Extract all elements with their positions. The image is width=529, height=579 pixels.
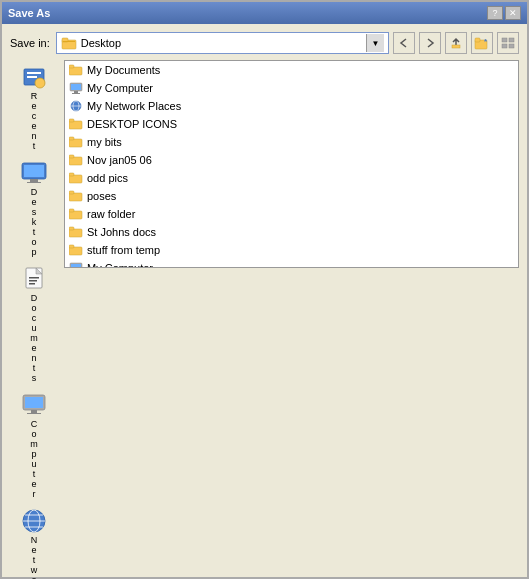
title-bar: Save As ? ✕ xyxy=(2,2,527,24)
svg-rect-22 xyxy=(29,283,35,285)
sidebar-label-computer: Computer xyxy=(30,419,38,499)
svg-rect-36 xyxy=(74,91,78,93)
sidebar-item-computer[interactable]: Computer xyxy=(10,388,58,502)
recent-icon xyxy=(20,63,48,91)
svg-rect-7 xyxy=(502,38,507,42)
list-item[interactable]: poses xyxy=(65,187,518,205)
svg-rect-54 xyxy=(69,227,74,230)
svg-rect-58 xyxy=(71,264,81,268)
folder-icon xyxy=(69,64,83,76)
network-icon xyxy=(20,507,48,535)
sidebar-item-desktop[interactable]: Desktop xyxy=(10,156,58,260)
svg-rect-50 xyxy=(69,191,74,194)
svg-rect-5 xyxy=(475,38,480,42)
list-item-label: My Computer xyxy=(87,82,153,94)
svg-rect-2 xyxy=(63,41,75,42)
svg-rect-44 xyxy=(69,137,74,140)
view-button[interactable] xyxy=(497,32,519,54)
list-item[interactable]: My Network Places xyxy=(65,97,518,115)
list-item[interactable]: DESKTOP ICONS xyxy=(65,115,518,133)
toolbar-area: * xyxy=(393,32,519,54)
dialog-save-as: Save As ? ✕ Save in: Desktop ▼ xyxy=(0,0,529,579)
svg-rect-25 xyxy=(31,410,37,413)
list-item-label: St Johns docs xyxy=(87,226,156,238)
chevron-down-icon: ▼ xyxy=(372,39,380,48)
list-item-label: odd pics xyxy=(87,172,128,184)
svg-rect-52 xyxy=(69,209,74,212)
back-button[interactable] xyxy=(393,32,415,54)
svg-rect-33 xyxy=(69,65,74,68)
up-icon xyxy=(449,36,463,50)
view-icon xyxy=(501,37,515,49)
svg-rect-12 xyxy=(27,72,41,74)
svg-rect-46 xyxy=(69,155,74,158)
svg-rect-18 xyxy=(27,182,41,183)
sidebar-item-documents[interactable]: Documents xyxy=(10,262,58,386)
list-item-label: My Network Places xyxy=(87,100,181,112)
list-item[interactable]: odd pics xyxy=(65,169,518,187)
close-button[interactable]: ✕ xyxy=(505,6,521,20)
folder-icon xyxy=(69,118,83,130)
folder-icon xyxy=(69,226,83,238)
svg-rect-9 xyxy=(502,44,507,48)
folder-icon xyxy=(69,208,83,220)
sidebar-label-desktop: Desktop xyxy=(31,187,38,257)
file-list[interactable]: My Documents My Computer xyxy=(64,60,519,268)
folder-icon xyxy=(69,172,83,184)
svg-rect-17 xyxy=(30,179,38,182)
svg-point-14 xyxy=(35,78,45,88)
list-item[interactable]: my bits xyxy=(65,133,518,151)
computer-small-icon xyxy=(69,82,83,94)
svg-rect-10 xyxy=(509,44,514,48)
sidebar-item-recent[interactable]: Recent xyxy=(10,60,58,154)
save-in-combo[interactable]: Desktop ▼ xyxy=(56,32,389,54)
new-folder-button[interactable]: * xyxy=(471,32,493,54)
svg-rect-37 xyxy=(72,93,80,94)
sidebar-label-recent: Recent xyxy=(31,91,38,151)
main-area: Recent Desktop xyxy=(10,60,519,579)
save-in-row: Save in: Desktop ▼ xyxy=(10,32,519,54)
list-item[interactable]: My Computer xyxy=(65,79,518,97)
sidebar-label-documents: Documents xyxy=(30,293,38,383)
list-item[interactable]: St Johns docs xyxy=(65,223,518,241)
documents-icon xyxy=(20,265,48,293)
svg-rect-24 xyxy=(25,397,43,408)
save-in-dropdown-arrow[interactable]: ▼ xyxy=(366,34,384,52)
list-item-label: Nov jan05 06 xyxy=(87,154,152,166)
svg-rect-8 xyxy=(509,38,514,42)
list-item-label: stuff from temp xyxy=(87,244,160,256)
save-in-label: Save in: xyxy=(10,37,50,49)
list-item[interactable]: raw folder xyxy=(65,205,518,223)
list-item[interactable]: stuff from temp xyxy=(65,241,518,259)
svg-rect-48 xyxy=(69,173,74,176)
list-item[interactable]: My Documents xyxy=(65,61,518,79)
computer-small-icon xyxy=(69,262,83,268)
save-in-value: Desktop xyxy=(81,37,362,49)
sidebar-item-network[interactable]: Network xyxy=(10,504,58,579)
network-small-icon xyxy=(69,100,83,112)
svg-rect-13 xyxy=(27,76,37,78)
folder-icon xyxy=(69,136,83,148)
forward-icon xyxy=(424,37,436,49)
title-bar-text: Save As xyxy=(8,7,50,19)
left-panel: Recent Desktop xyxy=(10,60,58,579)
svg-rect-20 xyxy=(29,277,39,279)
dialog-body: Save in: Desktop ▼ xyxy=(2,24,527,579)
list-item[interactable]: Nov jan05 06 xyxy=(65,151,518,169)
forward-button[interactable] xyxy=(419,32,441,54)
svg-rect-26 xyxy=(27,413,41,414)
help-button[interactable]: ? xyxy=(487,6,503,20)
folder-icon xyxy=(69,190,83,202)
list-item-label: poses xyxy=(87,190,116,202)
up-button[interactable] xyxy=(445,32,467,54)
folder-icon xyxy=(69,154,83,166)
list-item-label: My Documents xyxy=(87,64,160,76)
svg-rect-42 xyxy=(69,119,74,122)
list-item[interactable]: My Computer xyxy=(65,259,518,268)
computer-icon xyxy=(20,391,48,419)
svg-rect-56 xyxy=(69,245,74,248)
title-bar-buttons: ? ✕ xyxy=(487,6,521,20)
list-item-label: raw folder xyxy=(87,208,135,220)
svg-rect-21 xyxy=(29,280,37,282)
list-item-label: DESKTOP ICONS xyxy=(87,118,177,130)
